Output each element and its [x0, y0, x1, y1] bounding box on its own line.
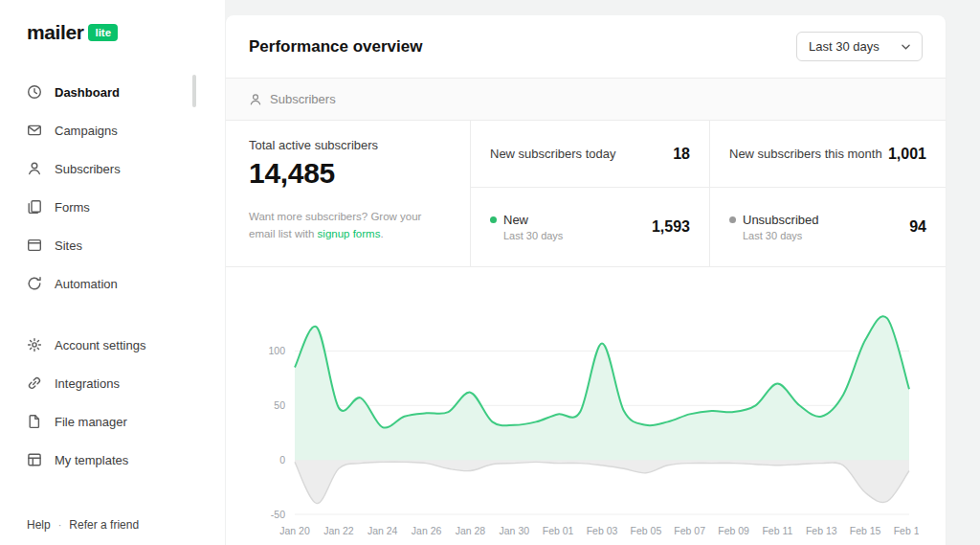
sidebar-nav-main: DashboardCampaignsSubscribersFormsSitesA… [0, 73, 225, 303]
svg-text:Feb 05: Feb 05 [631, 525, 662, 536]
svg-text:Feb 11: Feb 11 [762, 525, 792, 536]
sidebar-footer: Help · Refer a friend [27, 518, 139, 532]
new-dot [490, 216, 497, 223]
new-today-value: 18 [673, 146, 690, 163]
tab-subscribers[interactable]: Subscribers [249, 92, 336, 106]
stat-sublabel: Last 30 days [729, 230, 819, 241]
unsubscribed-30d-value: 94 [909, 218, 926, 236]
signup-forms-link[interactable]: signup forms [318, 228, 381, 239]
tab-label: Subscribers [270, 92, 336, 106]
total-active-value: 14,485 [249, 157, 447, 190]
sidebar-item-label: Subscribers [55, 162, 121, 176]
hint-suffix: . [380, 228, 383, 239]
help-link[interactable]: Help [27, 518, 51, 532]
new-30d-value: 1,593 [652, 218, 690, 236]
sidebar: mailer lite DashboardCampaignsSubscriber… [0, 0, 225, 545]
svg-text:Jan 20: Jan 20 [279, 525, 310, 536]
sidebar-item-label: File manager [55, 415, 127, 429]
automation-icon [27, 276, 42, 291]
stat-sublabel: Last 30 days [490, 230, 563, 241]
svg-text:Feb 15: Feb 15 [850, 525, 881, 536]
stat-new-this-month: New subscribers this month 1,001 [709, 121, 946, 188]
svg-text:Jan 26: Jan 26 [412, 525, 442, 536]
logo[interactable]: mailer lite [0, 0, 225, 48]
stat-total-active: Total active subscribers 14,485 Want mor… [226, 121, 470, 266]
sidebar-scrollbar[interactable] [192, 75, 196, 107]
date-range-value: Last 30 days [809, 39, 880, 54]
stat-unsubscribed-30-days: Unsubscribed Last 30 days 94 [709, 188, 946, 266]
sidebar-item-label: Dashboard [55, 85, 120, 100]
subscribers-icon [249, 93, 262, 106]
unsubscribed-dot [729, 216, 736, 223]
footer-separator: · [58, 519, 62, 531]
dashboard-icon [27, 84, 42, 100]
sidebar-item-integrations[interactable]: Integrations [0, 364, 225, 402]
sidebar-nav-secondary: Account settingsIntegrationsFile manager… [0, 326, 225, 479]
sidebar-item-label: Sites [55, 238, 82, 253]
svg-text:Feb 09: Feb 09 [718, 525, 749, 536]
file-icon [27, 414, 42, 429]
sites-icon [27, 238, 42, 253]
stats-grid: Total active subscribers 14,485 Want mor… [226, 121, 946, 267]
sidebar-item-label: Integrations [55, 376, 120, 391]
date-range-select[interactable]: Last 30 days [796, 32, 923, 61]
chart-section: 100500-50Jan 20Jan 22Jan 24Jan 26Jan 28J… [226, 267, 946, 545]
stat-label: New subscribers this month [729, 147, 882, 161]
sidebar-item-automation[interactable]: Automation [0, 264, 225, 303]
svg-text:Jan 30: Jan 30 [500, 525, 530, 536]
sidebar-item-campaigns[interactable]: Campaigns [0, 111, 225, 149]
main-area: Performance overview Last 30 days Subscr… [225, 0, 980, 545]
template-icon [27, 452, 42, 467]
stat-label: New subscribers today [490, 147, 616, 161]
sidebar-item-label: Account settings [55, 338, 145, 352]
sidebar-item-file-manager[interactable]: File manager [0, 402, 225, 441]
svg-text:Jan 22: Jan 22 [323, 525, 354, 536]
stat-label: Unsubscribed [743, 213, 819, 227]
sidebar-item-label: Forms [55, 200, 90, 215]
sidebar-item-label: Automation [55, 277, 118, 291]
performance-card: Performance overview Last 30 days Subscr… [226, 15, 946, 545]
sidebar-item-label: My templates [55, 453, 128, 467]
sidebar-item-my-templates[interactable]: My templates [0, 441, 225, 479]
subscribers-area-chart: 100500-50Jan 20Jan 22Jan 24Jan 26Jan 28J… [253, 294, 919, 543]
campaigns-icon [27, 123, 42, 138]
svg-text:Jan 24: Jan 24 [368, 525, 398, 536]
svg-text:Feb 17: Feb 17 [894, 525, 919, 536]
svg-text:Jan 28: Jan 28 [456, 525, 486, 536]
link-icon [27, 375, 42, 391]
stat-label: New [503, 213, 528, 227]
sidebar-item-sites[interactable]: Sites [0, 226, 225, 264]
sidebar-item-label: Campaigns [55, 124, 118, 138]
svg-text:-50: -50 [271, 509, 285, 520]
forms-icon [27, 199, 42, 215]
svg-text:Feb 07: Feb 07 [674, 525, 705, 536]
logo-badge: lite [88, 24, 118, 42]
card-header: Performance overview Last 30 days [226, 15, 946, 79]
svg-text:Feb 03: Feb 03 [587, 525, 618, 536]
sidebar-item-dashboard[interactable]: Dashboard [0, 73, 225, 111]
stat-new-today: New subscribers today 18 [470, 121, 709, 188]
stat-label: Total active subscribers [249, 138, 447, 152]
svg-text:0: 0 [279, 454, 285, 466]
subscribers-icon [27, 161, 42, 176]
gear-icon [27, 337, 42, 352]
sidebar-item-subscribers[interactable]: Subscribers [0, 149, 225, 188]
sidebar-item-account-settings[interactable]: Account settings [0, 326, 225, 364]
stat-new-30-days: New Last 30 days 1,593 [470, 188, 709, 266]
tab-bar: Subscribers [226, 79, 946, 121]
new-month-value: 1,001 [888, 146, 926, 163]
refer-a-friend-link[interactable]: Refer a friend [69, 518, 139, 532]
sidebar-item-forms[interactable]: Forms [0, 188, 225, 226]
subscribers-hint: Want more subscribers? Grow your email l… [249, 209, 447, 243]
svg-text:100: 100 [268, 345, 285, 356]
svg-text:50: 50 [274, 399, 285, 411]
svg-text:Feb 01: Feb 01 [543, 525, 574, 536]
chevron-down-icon [902, 44, 910, 50]
logo-text: mailer [27, 21, 83, 44]
svg-text:Feb 13: Feb 13 [806, 525, 837, 536]
page-title: Performance overview [249, 37, 422, 57]
